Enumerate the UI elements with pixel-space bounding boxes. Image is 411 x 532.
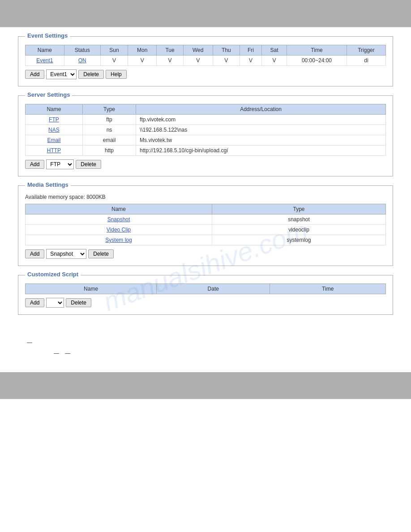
server-type: ftp [82,115,136,125]
event-settings-section: Event Settings Name Status Sun Mon Tue W… [18,36,393,86]
event-mon: V [128,56,157,66]
media-col-type: Type [212,204,386,215]
media-col-name: Name [26,204,212,215]
server-name[interactable]: Email [26,135,83,146]
event-select[interactable]: Event1 [46,69,77,79]
col-wed: Wed [183,45,213,56]
media-type: videoclip [212,225,386,235]
event-thu: V [213,56,240,66]
media-add-button[interactable]: Add [25,249,44,258]
event-trigger: di [347,56,385,66]
memory-info: Available memory space: 8000KB [25,194,386,200]
col-sat: Sat [262,45,287,56]
event-sat: V [262,56,287,66]
event-settings-title: Event Settings [25,32,70,39]
script-col-date: Date [157,284,270,294]
col-trigger: Trigger [347,45,385,56]
note-line1: — [18,337,393,348]
bottom-bar [0,372,411,399]
media-table-row: Snapshot snapshot [26,215,386,225]
customized-script-section: Customized Script Name Date Time Add Del… [18,275,393,315]
script-add-button[interactable]: Add [25,298,44,307]
script-select[interactable] [46,298,64,308]
media-settings-table: Name Type Snapshot snapshot Video Clip v… [25,204,386,245]
media-name[interactable]: Video Clip [26,225,212,235]
event-help-button[interactable]: Help [106,70,127,79]
event-table-row: Event1 ON V V V V V V V 00:00~24:00 di [26,56,386,66]
note-line2: — — [54,348,393,359]
server-settings-section: Server Settings Name Type Address/Locati… [18,95,393,176]
server-name[interactable]: HTTP [26,146,83,156]
media-settings-title: Media Settings [25,181,71,188]
server-table-row: FTP ftp ftp.vivotek.com [26,115,386,125]
media-name[interactable]: Snapshot [26,215,212,225]
script-delete-button[interactable]: Delete [66,298,91,307]
event-delete-button[interactable]: Delete [78,70,104,79]
main-content: Event Settings Name Status Sun Mon Tue W… [0,27,411,333]
server-settings-controls: Add FTP NAS Email HTTP Delete [25,159,386,169]
script-col-name: Name [26,284,157,294]
col-status: Status [64,45,100,56]
media-type: snapshot [212,215,386,225]
server-table-row: HTTP http http://192.168.5.10/cgi-bin/up… [26,146,386,156]
script-col-time: Time [270,284,386,294]
note-section: — — — [0,333,411,363]
server-address: ftp.vivotek.com [136,115,386,125]
server-select[interactable]: FTP NAS Email HTTP [46,159,74,169]
media-type: systemlog [212,235,386,245]
col-time: Time [287,45,347,56]
server-table-row: Email email Ms.vivotek.tw [26,135,386,146]
server-type: email [82,135,136,146]
server-col-address: Address/Location [136,104,386,115]
media-name[interactable]: System log [26,235,212,245]
server-col-type: Type [82,104,136,115]
event-fri: V [240,56,261,66]
event-sun: V [100,56,128,66]
customized-script-table: Name Date Time [25,283,386,294]
col-mon: Mon [128,45,157,56]
media-delete-button[interactable]: Delete [88,249,114,258]
event-settings-controls: Add Event1 Delete Help [25,69,386,79]
event-name[interactable]: Event1 [26,56,64,66]
col-name: Name [26,45,64,56]
media-table-row: Video Clip videoclip [26,225,386,235]
event-wed: V [183,56,213,66]
event-status[interactable]: ON [64,56,100,66]
server-name[interactable]: NAS [26,125,83,135]
event-add-button[interactable]: Add [25,70,44,79]
event-settings-table: Name Status Sun Mon Tue Wed Thu Fri Sat … [25,45,386,66]
media-select[interactable]: Snapshot Video Clip System log [46,249,86,259]
server-table-row: NAS ns \\192.168.5.122\nas [26,125,386,135]
event-tue: V [157,56,183,66]
server-add-button[interactable]: Add [25,160,44,169]
server-type: http [82,146,136,156]
server-settings-title: Server Settings [25,91,72,98]
event-time: 00:00~24:00 [287,56,347,66]
server-address: http://192.168.5.10/cgi-bin/upload.cgi [136,146,386,156]
server-address: Ms.vivotek.tw [136,135,386,146]
media-settings-controls: Add Snapshot Video Clip System log Delet… [25,249,386,259]
media-table-row: System log systemlog [26,235,386,245]
customized-script-title: Customized Script [25,271,81,278]
server-delete-button[interactable]: Delete [76,160,101,169]
customized-script-controls: Add Delete [25,298,386,308]
col-sun: Sun [100,45,128,56]
media-settings-section: Media Settings Available memory space: 8… [18,185,393,266]
server-settings-table: Name Type Address/Location FTP ftp ftp.v… [25,104,386,156]
server-col-name: Name [26,104,83,115]
top-bar [0,0,411,27]
col-tue: Tue [157,45,183,56]
col-thu: Thu [213,45,240,56]
server-address: \\192.168.5.122\nas [136,125,386,135]
server-name[interactable]: FTP [26,115,83,125]
server-type: ns [82,125,136,135]
col-fri: Fri [240,45,261,56]
